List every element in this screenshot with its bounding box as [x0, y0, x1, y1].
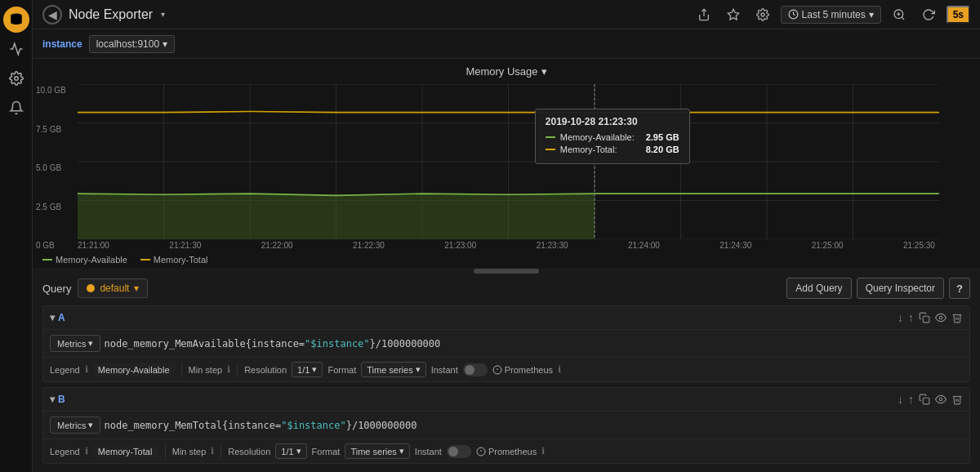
resolution-b-select[interactable]: 1/1 ▾	[275, 443, 306, 459]
format-a-select[interactable]: Time series ▾	[361, 362, 425, 377]
query-a-input-row: Metrics ▾ node_memory_MemAvailable{insta…	[43, 330, 969, 357]
sidebar-icon-bell[interactable]	[3, 95, 29, 121]
instant-a-label: Instant	[431, 365, 458, 375]
settings-button[interactable]	[751, 3, 774, 26]
back-button[interactable]: ◀	[42, 5, 62, 24]
legend-available: Memory-Available	[42, 255, 127, 265]
query-a-options: Legend ℹ Memory-Available Min step ℹ Res…	[43, 357, 969, 381]
prometheus-a-link[interactable]: Prometheus	[492, 365, 553, 375]
chart-title-chevron-icon: ▾	[541, 65, 547, 78]
share-button[interactable]	[693, 3, 715, 26]
query-a-move-up-icon[interactable]: ↑	[908, 311, 914, 324]
add-query-button[interactable]: Add Query	[786, 278, 851, 299]
legend-total: Memory-Total	[140, 255, 208, 265]
format-b-select[interactable]: Time series ▾	[345, 443, 409, 459]
query-a-chevron-icon: ▾	[50, 312, 55, 323]
query-b-actions: ↓ ↑	[898, 393, 963, 406]
resolution-b-label: Resolution	[228, 447, 270, 456]
query-b-letter: ▾ B	[50, 394, 65, 405]
instant-a-toggle[interactable]	[463, 363, 488, 376]
instant-a-knob	[465, 365, 474, 375]
time-range-label: Last 5 minutes	[802, 9, 866, 20]
sidebar-icon-gear[interactable]	[3, 65, 29, 91]
star-button[interactable]	[722, 3, 745, 26]
query-a-move-down-icon[interactable]: ↓	[898, 311, 903, 324]
query-b-metrics-button[interactable]: Metrics ▾	[50, 416, 100, 434]
zoom-button[interactable]	[888, 3, 911, 26]
chart-container: 2019-10-28 21:23:30 Memory-Available: 2.…	[33, 84, 980, 239]
svg-rect-26	[923, 316, 929, 323]
query-a-expression[interactable]: node_memory_MemAvailable{instance="$inst…	[104, 338, 440, 350]
svg-point-27	[939, 316, 942, 319]
query-b-header: ▾ B ↓ ↑	[43, 388, 969, 412]
format-a-label: Format	[327, 365, 356, 375]
prometheus-a-info-icon[interactable]: ℹ	[558, 364, 561, 375]
time-range-button[interactable]: Last 5 minutes ▾	[781, 6, 881, 24]
prometheus-b-link[interactable]: Prometheus	[476, 447, 537, 456]
min-step-a-label: Min step	[189, 365, 223, 375]
query-header: Query default ▾ Add Query Query Inspecto…	[42, 278, 970, 299]
instant-b-knob	[448, 447, 458, 456]
legend-total-color	[140, 259, 150, 260]
resolution-b-chevron-icon: ▾	[296, 446, 301, 456]
instance-bar: instance localhost:9100 ▾	[33, 29, 980, 59]
query-a-copy-icon[interactable]	[919, 311, 930, 324]
query-header-right: Add Query Query Inspector ?	[786, 278, 970, 299]
resolution-a-select[interactable]: 1/1 ▾	[292, 362, 323, 377]
query-a-header: ▾ A ↓ ↑	[43, 306, 969, 330]
legend-b-info-icon[interactable]: ℹ	[85, 446, 88, 456]
query-b-move-down-icon[interactable]: ↓	[898, 393, 903, 406]
instance-select[interactable]: localhost:9100 ▾	[89, 35, 175, 53]
query-b-eye-icon[interactable]	[935, 393, 947, 406]
query-b-input-row: Metrics ▾ node_memory_MemTotal{instance=…	[43, 412, 969, 439]
query-label: Query	[42, 283, 71, 295]
legend-b-label: Legend	[50, 447, 80, 456]
chart-title[interactable]: Memory Usage ▾	[33, 59, 980, 84]
svg-point-4	[761, 13, 764, 16]
min-step-a-info-icon[interactable]: ℹ	[227, 364, 230, 375]
refresh-interval-button[interactable]: 5s	[947, 6, 970, 24]
query-a-delete-icon[interactable]	[951, 311, 963, 324]
refresh-button[interactable]	[917, 3, 940, 26]
main-content: ◀ Node Exporter ▾ Last 5 minutes ▾	[33, 0, 980, 472]
query-a-eye-icon[interactable]	[935, 311, 947, 324]
query-b-move-up-icon[interactable]: ↑	[908, 393, 914, 406]
legend-a-value[interactable]: Memory-Available	[93, 363, 175, 376]
instance-label: instance	[42, 38, 82, 50]
top-bar-right: Last 5 minutes ▾ 5s	[693, 3, 970, 26]
sidebar-icon-database[interactable]	[3, 7, 29, 33]
top-bar: ◀ Node Exporter ▾ Last 5 minutes ▾	[33, 0, 980, 29]
instant-b-toggle[interactable]	[447, 445, 471, 458]
metrics-b-chevron-icon: ▾	[88, 420, 93, 430]
query-b-copy-icon[interactable]	[919, 393, 930, 406]
query-block-a: ▾ A ↓ ↑	[42, 305, 970, 382]
datasource-button[interactable]: default ▾	[78, 278, 148, 298]
query-b-options: Legend ℹ Memory-Total Min step ℹ Resolut…	[43, 439, 969, 463]
resolution-a-label: Resolution	[244, 365, 287, 375]
time-chevron-icon: ▾	[869, 9, 874, 20]
query-b-delete-icon[interactable]	[951, 393, 963, 406]
top-bar-left: ◀ Node Exporter ▾	[42, 5, 165, 24]
divider-a2	[237, 363, 238, 376]
svg-point-1	[14, 77, 18, 81]
instance-chevron-icon: ▾	[163, 38, 167, 50]
chart-scrollbar[interactable]	[33, 268, 980, 274]
legend-total-label: Memory-Total	[154, 255, 208, 265]
legend-b-value[interactable]: Memory-Total	[93, 445, 158, 458]
query-block-b: ▾ B ↓ ↑	[42, 387, 970, 464]
svg-marker-3	[728, 9, 738, 20]
legend-a-info-icon[interactable]: ℹ	[85, 364, 88, 375]
query-b-expression[interactable]: node_memory_MemTotal{instance="$instance…	[104, 420, 416, 431]
svg-rect-31	[923, 398, 929, 404]
scrollbar-thumb[interactable]	[474, 269, 539, 274]
query-a-metrics-button[interactable]: Metrics ▾	[50, 335, 100, 352]
sidebar-icon-chart[interactable]	[3, 36, 29, 62]
query-inspector-button[interactable]: Query Inspector	[857, 278, 944, 299]
metrics-a-chevron-icon: ▾	[88, 338, 93, 349]
query-a-actions: ↓ ↑	[898, 311, 963, 324]
prometheus-b-info-icon[interactable]: ℹ	[541, 446, 545, 456]
min-step-b-info-icon[interactable]: ℹ	[211, 446, 214, 456]
format-b-chevron-icon: ▾	[399, 446, 404, 456]
divider-a1	[181, 363, 182, 376]
help-button[interactable]: ?	[949, 278, 970, 299]
